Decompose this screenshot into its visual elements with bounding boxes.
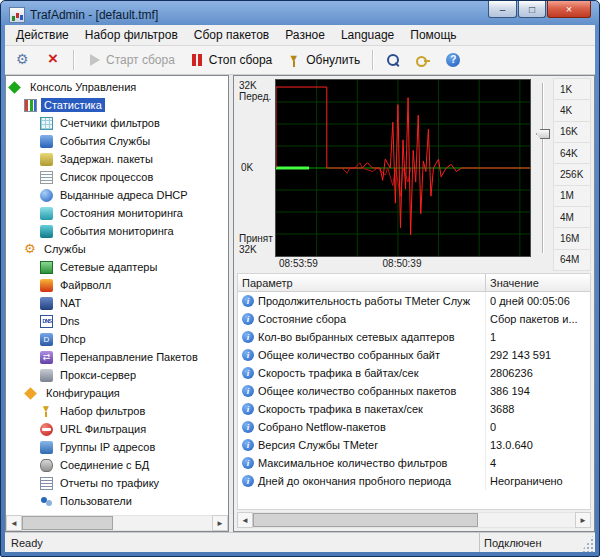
tree-item-urlfilter[interactable]: URL Фильтрация [6,420,228,438]
info-icon: i [242,475,254,487]
scale-slider-track[interactable] [542,83,544,253]
table-hscrollbar[interactable]: ◄ ► [237,512,591,528]
value-cell: 292 143 591 [486,346,590,364]
tree-item-ipgroups[interactable]: Группы IP адресов [6,438,228,456]
table-row[interactable]: iСкорость трафика в байтах/сек2806236 [238,364,590,382]
param-column-header[interactable]: Параметр [238,274,486,291]
menu-item-filter-set[interactable]: Набор фильтров [77,26,186,44]
maximize-button[interactable]: □ [518,1,546,18]
tree-item-label: Dns [57,314,83,328]
info-icon: i [242,421,254,433]
tree-item-dhcp-leases[interactable]: Выданные адреса DHCP [6,186,228,204]
table-row[interactable]: iСкорость трафика в пакетах/сек3688 [238,400,590,418]
menu-item-language[interactable]: Language [333,26,402,44]
table-row[interactable]: iСостояние сбораСбор пакетов и... [238,310,590,328]
delete-button[interactable] [39,48,67,72]
db-icon [40,459,53,472]
nat-icon [40,297,53,310]
filter-editor-button[interactable] [379,48,407,72]
resize-grip[interactable] [581,533,595,552]
help-button[interactable] [439,48,467,72]
reset-counters-button[interactable]: Обнулить [280,48,366,72]
value-column-header[interactable]: Значение [486,274,590,291]
tree-item-svc-events[interactable]: События Службы [6,132,228,150]
scroll-left-arrow[interactable]: ◄ [237,512,253,528]
menu-item-help[interactable]: Помощь [402,26,464,44]
menu-item-misc[interactable]: Разное [277,26,333,44]
scroll-track[interactable] [22,515,212,531]
tree-item-nat[interactable]: NAT [6,294,228,312]
param-text: Общее количество собранных байт [258,349,440,361]
tree-hscrollbar[interactable]: ◄ ► [6,515,228,531]
firewall-icon [40,279,53,292]
console-icon [8,81,21,94]
scroll-left-arrow[interactable]: ◄ [6,515,22,531]
scale-slider[interactable] [533,79,553,271]
traffic-plot-canvas [276,80,530,256]
license-button[interactable] [409,48,437,72]
scroll-thumb[interactable] [22,516,113,530]
tree-item-label: Набор фильтров [57,404,148,418]
tree-item-dns[interactable]: Dns [6,312,228,330]
param-text: Кол-во выбранных сетевых адаптеров [258,331,454,343]
info-icon: i [242,331,254,343]
value-cell: 1 [486,328,590,346]
tree-item-services[interactable]: Службы [6,240,228,258]
menu-item-packet-capture[interactable]: Сбор пакетов [186,26,277,44]
tree-item-dhcp[interactable]: Dhcp [6,330,228,348]
table-row[interactable]: iМаксимальное количество фильтров4 [238,454,590,472]
menu-item-action[interactable]: Действие [8,26,77,44]
param-text: Версия Службы TMeter [258,439,378,451]
table-row[interactable]: iКол-во выбранных сетевых адаптеров1 [238,328,590,346]
stop-capture-button[interactable]: Стоп сбора [183,48,278,72]
scroll-thumb[interactable] [253,513,478,527]
table-row[interactable]: iОбщее количество собранных пакетов386 1… [238,382,590,400]
table-row[interactable]: iОбщее количество собранных байт292 143 … [238,346,590,364]
play-icon [86,52,102,68]
close-button[interactable]: × [547,1,591,18]
tree-item-adapters[interactable]: Сетевые адаптеры [6,258,228,276]
tree-item-db[interactable]: Соединение с БД [6,456,228,474]
scroll-right-arrow[interactable]: ► [575,512,591,528]
tree-item-processes[interactable]: Список процессов [6,168,228,186]
param-cell: iОбщее количество собранных пакетов [238,382,486,400]
value-cell: Сбор пакетов и... [486,310,590,328]
table-row[interactable]: iДней до окончания пробного периодаНеогр… [238,472,590,490]
tree-item-mon-state[interactable]: Состояния мониторинга [6,204,228,222]
tree-item-label: Сетевые адаптеры [57,260,160,274]
tree-item-label: Dhcp [57,332,89,346]
info-icon: i [242,349,254,361]
settings-button[interactable] [9,48,37,72]
tree-item-firewall[interactable]: Файрволл [6,276,228,294]
scroll-track[interactable] [253,512,575,528]
param-cell: iСкорость трафика в байтах/сек [238,364,486,382]
minimize-button[interactable]: – [488,1,517,18]
tree-item-label: NAT [57,296,84,310]
stats-table-body: iПродолжительность работы TMeter Служ0 д… [238,292,590,509]
funnel-icon [286,52,302,68]
scale-list: 1K4K16K64K256K1M4M16M64M [553,79,591,271]
tree-item-delayed[interactable]: Задержан. пакеты [6,150,228,168]
filterset-icon [40,405,53,418]
table-row[interactable]: iСобрано Netflow-пакетов0 [238,418,590,436]
tree-item-console[interactable]: Консоль Управления [6,78,228,96]
param-text: Состояние сбора [258,313,346,325]
start-capture-button[interactable]: Старт сбора [80,48,181,72]
table-row[interactable]: iПродолжительность работы TMeter Служ0 д… [238,292,590,310]
tree-item-config[interactable]: Конфигурация [6,384,228,402]
tree-item-label: Задержан. пакеты [57,152,156,166]
tree-item-counters[interactable]: Счетчики фильтров [6,114,228,132]
scroll-right-arrow[interactable]: ► [212,515,228,531]
table-row[interactable]: iВерсия Службы TMeter13.0.640 [238,436,590,454]
tree-item-filterset[interactable]: Набор фильтров [6,402,228,420]
tree-item-reports[interactable]: Отчеты по трафику [6,474,228,492]
tree-item-mon-events[interactable]: События мониторинга [6,222,228,240]
scale-slider-handle[interactable] [536,129,550,139]
tree-item-users[interactable]: Пользователи [6,492,228,510]
tree-item-redirect[interactable]: Перенаправление Пакетов [6,348,228,366]
stop-icon [189,52,205,68]
tree-item-proxy[interactable]: Прокси-сервер [6,366,228,384]
tree-item-label: Состояния мониторинга [57,206,186,220]
tree-item-stats[interactable]: Статистика [6,96,228,114]
titlebar[interactable]: TrafAdmin - [default.tmf] – □ × [5,1,595,25]
